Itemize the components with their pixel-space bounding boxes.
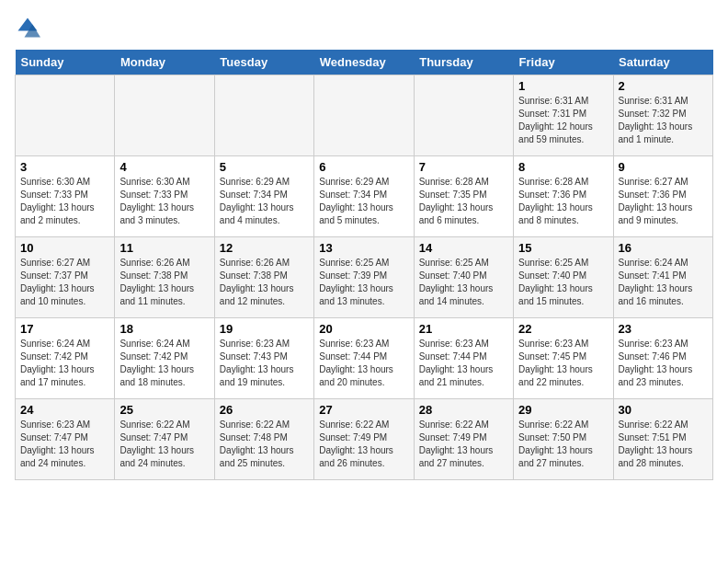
day-info-text: Sunrise: 6:22 AM Sunset: 7:48 PM Dayligh…	[220, 419, 309, 470]
day-info-text: Sunrise: 6:26 AM Sunset: 7:38 PM Dayligh…	[119, 257, 209, 308]
day-cell: 26Sunrise: 6:22 AM Sunset: 7:48 PM Dayli…	[214, 399, 313, 480]
day-cell: 24Sunrise: 6:23 AM Sunset: 7:47 PM Dayli…	[16, 399, 115, 480]
logo	[15, 15, 44, 40]
header-day-sunday: Sunday	[16, 50, 115, 75]
day-number: 12	[220, 241, 309, 255]
day-number: 26	[220, 403, 309, 417]
calendar-header: SundayMondayTuesdayWednesdayThursdayFrid…	[16, 50, 713, 75]
day-cell	[314, 75, 414, 156]
day-cell: 7Sunrise: 6:28 AM Sunset: 7:35 PM Daylig…	[414, 156, 513, 237]
day-info-text: Sunrise: 6:22 AM Sunset: 7:49 PM Dayligh…	[319, 419, 408, 470]
day-cell	[115, 75, 214, 156]
day-number: 10	[20, 241, 109, 255]
day-number: 22	[518, 322, 608, 336]
day-cell: 16Sunrise: 6:24 AM Sunset: 7:41 PM Dayli…	[613, 237, 712, 318]
day-cell: 11Sunrise: 6:26 AM Sunset: 7:38 PM Dayli…	[115, 237, 214, 318]
day-info-text: Sunrise: 6:26 AM Sunset: 7:38 PM Dayligh…	[220, 257, 309, 308]
day-info-text: Sunrise: 6:23 AM Sunset: 7:44 PM Dayligh…	[319, 338, 408, 389]
day-cell: 21Sunrise: 6:23 AM Sunset: 7:44 PM Dayli…	[414, 318, 513, 399]
header-day-friday: Friday	[514, 50, 613, 75]
day-number: 18	[119, 322, 209, 336]
day-cell: 4Sunrise: 6:30 AM Sunset: 7:33 PM Daylig…	[115, 156, 214, 237]
header	[15, 15, 713, 40]
day-cell: 30Sunrise: 6:22 AM Sunset: 7:51 PM Dayli…	[613, 399, 712, 480]
day-number: 5	[220, 160, 309, 174]
day-info-text: Sunrise: 6:23 AM Sunset: 7:45 PM Dayligh…	[518, 338, 608, 389]
day-number: 17	[20, 322, 109, 336]
day-info-text: Sunrise: 6:30 AM Sunset: 7:33 PM Dayligh…	[119, 176, 209, 227]
day-cell: 1Sunrise: 6:31 AM Sunset: 7:31 PM Daylig…	[514, 75, 613, 156]
day-info-text: Sunrise: 6:24 AM Sunset: 7:41 PM Dayligh…	[619, 257, 708, 308]
day-number: 15	[518, 241, 608, 255]
day-info-text: Sunrise: 6:28 AM Sunset: 7:36 PM Dayligh…	[518, 176, 608, 227]
day-cell: 5Sunrise: 6:29 AM Sunset: 7:34 PM Daylig…	[214, 156, 313, 237]
day-cell: 14Sunrise: 6:25 AM Sunset: 7:40 PM Dayli…	[414, 237, 513, 318]
day-number: 28	[419, 403, 508, 417]
day-cell: 10Sunrise: 6:27 AM Sunset: 7:37 PM Dayli…	[16, 237, 115, 318]
day-number: 30	[619, 403, 708, 417]
day-number: 29	[518, 403, 608, 417]
week-row-4: 17Sunrise: 6:24 AM Sunset: 7:42 PM Dayli…	[16, 318, 713, 399]
header-day-wednesday: Wednesday	[314, 50, 414, 75]
day-number: 7	[419, 160, 508, 174]
day-number: 1	[518, 79, 608, 93]
day-info-text: Sunrise: 6:22 AM Sunset: 7:51 PM Dayligh…	[619, 419, 708, 470]
header-day-tuesday: Tuesday	[214, 50, 313, 75]
day-cell: 17Sunrise: 6:24 AM Sunset: 7:42 PM Dayli…	[16, 318, 115, 399]
day-info-text: Sunrise: 6:23 AM Sunset: 7:46 PM Dayligh…	[619, 338, 708, 389]
day-number: 19	[220, 322, 309, 336]
day-cell: 13Sunrise: 6:25 AM Sunset: 7:39 PM Dayli…	[314, 237, 414, 318]
day-cell: 3Sunrise: 6:30 AM Sunset: 7:33 PM Daylig…	[16, 156, 115, 237]
day-cell: 8Sunrise: 6:28 AM Sunset: 7:36 PM Daylig…	[514, 156, 613, 237]
day-info-text: Sunrise: 6:25 AM Sunset: 7:40 PM Dayligh…	[518, 257, 608, 308]
week-row-2: 3Sunrise: 6:30 AM Sunset: 7:33 PM Daylig…	[16, 156, 713, 237]
day-info-text: Sunrise: 6:31 AM Sunset: 7:32 PM Dayligh…	[619, 95, 708, 146]
day-info-text: Sunrise: 6:27 AM Sunset: 7:36 PM Dayligh…	[619, 176, 708, 227]
calendar-table: SundayMondayTuesdayWednesdayThursdayFrid…	[15, 50, 713, 480]
day-info-text: Sunrise: 6:23 AM Sunset: 7:47 PM Dayligh…	[20, 419, 109, 470]
week-row-1: 1Sunrise: 6:31 AM Sunset: 7:31 PM Daylig…	[16, 75, 713, 156]
header-day-thursday: Thursday	[414, 50, 513, 75]
day-cell: 15Sunrise: 6:25 AM Sunset: 7:40 PM Dayli…	[514, 237, 613, 318]
day-number: 11	[119, 241, 209, 255]
day-info-text: Sunrise: 6:24 AM Sunset: 7:42 PM Dayligh…	[119, 338, 209, 389]
day-number: 25	[119, 403, 209, 417]
day-info-text: Sunrise: 6:29 AM Sunset: 7:34 PM Dayligh…	[220, 176, 309, 227]
day-number: 2	[619, 79, 708, 93]
day-info-text: Sunrise: 6:25 AM Sunset: 7:39 PM Dayligh…	[319, 257, 408, 308]
day-cell: 6Sunrise: 6:29 AM Sunset: 7:34 PM Daylig…	[314, 156, 414, 237]
day-info-text: Sunrise: 6:24 AM Sunset: 7:42 PM Dayligh…	[20, 338, 109, 389]
header-day-saturday: Saturday	[613, 50, 712, 75]
day-info-text: Sunrise: 6:25 AM Sunset: 7:40 PM Dayligh…	[419, 257, 508, 308]
day-cell: 20Sunrise: 6:23 AM Sunset: 7:44 PM Dayli…	[314, 318, 414, 399]
day-number: 4	[119, 160, 209, 174]
day-number: 20	[319, 322, 408, 336]
day-number: 27	[319, 403, 408, 417]
day-number: 16	[619, 241, 708, 255]
logo-icon	[15, 15, 40, 40]
day-info-text: Sunrise: 6:22 AM Sunset: 7:49 PM Dayligh…	[419, 419, 508, 470]
day-number: 23	[619, 322, 708, 336]
week-row-3: 10Sunrise: 6:27 AM Sunset: 7:37 PM Dayli…	[16, 237, 713, 318]
day-cell: 29Sunrise: 6:22 AM Sunset: 7:50 PM Dayli…	[514, 399, 613, 480]
day-number: 21	[419, 322, 508, 336]
day-info-text: Sunrise: 6:22 AM Sunset: 7:47 PM Dayligh…	[119, 419, 209, 470]
day-cell: 27Sunrise: 6:22 AM Sunset: 7:49 PM Dayli…	[314, 399, 414, 480]
day-cell	[414, 75, 513, 156]
day-info-text: Sunrise: 6:31 AM Sunset: 7:31 PM Dayligh…	[518, 95, 608, 146]
calendar-body: 1Sunrise: 6:31 AM Sunset: 7:31 PM Daylig…	[16, 75, 713, 480]
header-row: SundayMondayTuesdayWednesdayThursdayFrid…	[16, 50, 713, 75]
day-number: 3	[20, 160, 109, 174]
day-number: 14	[419, 241, 508, 255]
day-cell: 28Sunrise: 6:22 AM Sunset: 7:49 PM Dayli…	[414, 399, 513, 480]
day-info-text: Sunrise: 6:29 AM Sunset: 7:34 PM Dayligh…	[319, 176, 408, 227]
day-number: 6	[319, 160, 408, 174]
day-info-text: Sunrise: 6:23 AM Sunset: 7:43 PM Dayligh…	[220, 338, 309, 389]
day-number: 13	[319, 241, 408, 255]
day-cell: 12Sunrise: 6:26 AM Sunset: 7:38 PM Dayli…	[214, 237, 313, 318]
day-cell: 9Sunrise: 6:27 AM Sunset: 7:36 PM Daylig…	[613, 156, 712, 237]
day-cell: 2Sunrise: 6:31 AM Sunset: 7:32 PM Daylig…	[613, 75, 712, 156]
day-info-text: Sunrise: 6:22 AM Sunset: 7:50 PM Dayligh…	[518, 419, 608, 470]
day-info-text: Sunrise: 6:28 AM Sunset: 7:35 PM Dayligh…	[419, 176, 508, 227]
day-number: 9	[619, 160, 708, 174]
